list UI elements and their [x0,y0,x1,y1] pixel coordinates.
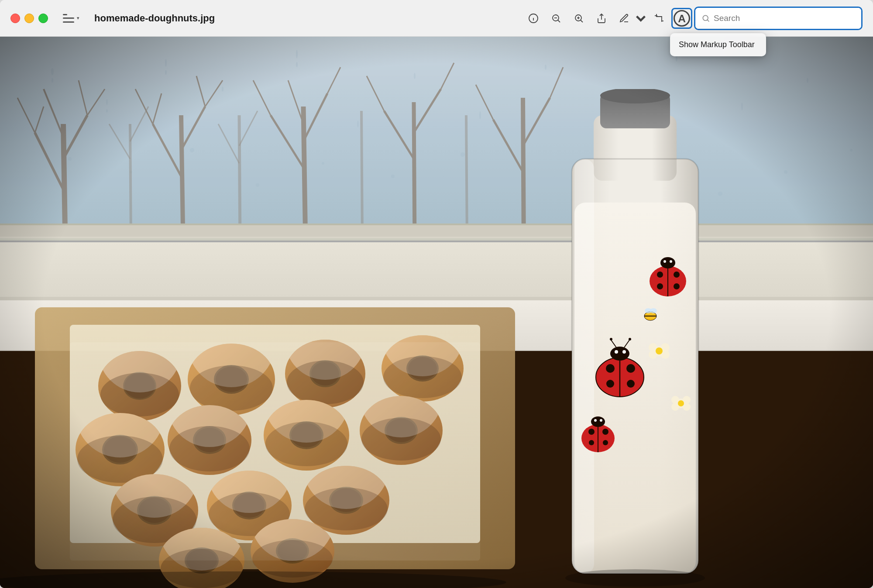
minimize-button[interactable] [24,14,34,23]
markup-button[interactable]: A [671,8,692,29]
pen-group [614,8,647,29]
sidebar-icon [63,14,74,23]
pen-icon [619,13,629,24]
search-icon [701,14,710,23]
zoom-in-button[interactable] [568,8,589,29]
search-input[interactable] [714,14,855,23]
info-button[interactable] [523,8,544,29]
search-container [694,7,863,30]
traffic-lights [10,14,48,23]
svg-point-13 [703,15,708,21]
share-button[interactable] [591,8,612,29]
chevron-down-small-icon [635,12,647,24]
svg-line-9 [581,20,583,22]
zoom-out-button[interactable] [546,8,567,29]
sidebar-icon-bar-3 [63,21,74,23]
pen-button[interactable] [614,8,635,29]
markup-button-wrapper: A Show Markup Toolbar [671,8,692,29]
file-name: homemade-doughnuts.jpg [94,13,215,24]
toolbar-icons: A Show Markup Toolbar [523,7,863,30]
svg-line-14 [707,20,709,21]
markup-icon: A [673,9,691,28]
sidebar-icon-bar-2 [63,17,74,19]
crop-icon [654,13,664,24]
search-inner [695,8,861,29]
svg-text:A: A [678,12,686,24]
titlebar: ▾ homemade-doughnuts.jpg [0,0,873,37]
close-button[interactable] [10,14,20,23]
chevron-down-icon: ▾ [77,15,79,21]
zoom-in-icon [574,13,584,24]
app-window: ▾ homemade-doughnuts.jpg [0,0,873,588]
photo-area [0,37,873,588]
share-icon [596,13,607,24]
sidebar-toggle-button[interactable]: ▾ [58,11,84,25]
sidebar-icon-bar-1 [63,14,67,15]
info-icon [528,13,539,24]
svg-rect-225 [0,37,873,588]
crop-button[interactable] [649,8,670,29]
svg-line-5 [558,20,560,22]
dropdown-menu: Show Markup Toolbar [670,33,766,56]
zoom-out-icon [551,13,561,24]
pen-dropdown-button[interactable] [635,8,647,29]
show-markup-toolbar-item[interactable]: Show Markup Toolbar [670,36,766,54]
photo-content [0,37,873,588]
maximize-button[interactable] [38,14,48,23]
